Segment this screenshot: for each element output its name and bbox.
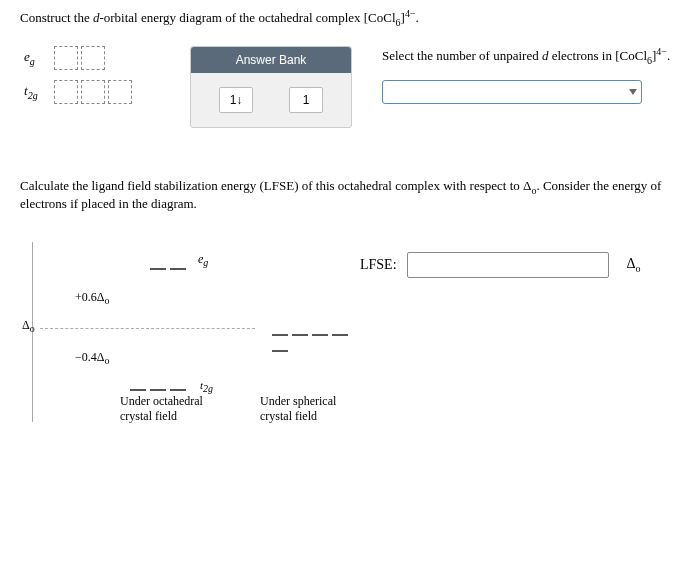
electron-tile-single[interactable]: 1: [289, 87, 323, 113]
q1-dot: .: [416, 10, 419, 25]
electron-tile-paired[interactable]: 1↓: [219, 87, 253, 113]
answer-bank-title: Answer Bank: [191, 47, 351, 73]
t2g-level-label: t2g: [200, 379, 213, 394]
q1-prefix: Construct the: [20, 10, 93, 25]
plus-06-label: +0.6Δo: [75, 290, 109, 306]
eg-label: eg: [20, 49, 54, 67]
q2-dot: .: [667, 48, 670, 63]
answer-bank: Answer Bank 1↓ 1: [190, 46, 352, 128]
octahedral-label: Under octahedral crystal field: [120, 394, 203, 424]
energy-level-diagram: eg +0.6Δo Δo −0.4Δo t2g Under octahedral…: [20, 232, 360, 432]
q2-charge: 4−: [656, 46, 667, 57]
spherical-label: Under spherical crystal field: [260, 394, 336, 424]
eg-orbital-slot[interactable]: [54, 46, 78, 70]
minus-04-label: −0.4Δo: [75, 350, 109, 366]
question-2: Select the number of unpaired d electron…: [382, 46, 680, 66]
delta-o-unit: Δo: [627, 256, 641, 274]
eg-level-label: eg: [198, 252, 208, 268]
q1-mid: -orbital energy diagram of the octahedra…: [99, 10, 395, 25]
t2g-orbital-slot[interactable]: [81, 80, 105, 104]
eg-orbital-slot[interactable]: [81, 46, 105, 70]
t2g-label: t2g: [20, 83, 54, 101]
lfse-label: LFSE:: [360, 257, 397, 273]
unpaired-electrons-dropdown[interactable]: [382, 80, 642, 104]
q1-charge: 4−: [405, 8, 416, 19]
barycenter-line: [40, 328, 255, 329]
chevron-down-icon: [629, 89, 637, 95]
t2g-orbital-slot[interactable]: [54, 80, 78, 104]
orbital-diagram: eg t2g: [20, 46, 190, 114]
q2-prefix: Select the number of unpaired: [382, 48, 542, 63]
t2g-orbital-slot[interactable]: [108, 80, 132, 104]
eg-level: [150, 258, 190, 274]
question-3: Calculate the ligand field stabilization…: [20, 178, 680, 212]
q3a: Calculate the ligand field stabilization…: [20, 178, 531, 193]
delta-o-axis-label: Δo: [22, 318, 35, 334]
q2-mid: electrons in [CoCl: [548, 48, 647, 63]
t2g-level: [130, 379, 190, 395]
spherical-level: [272, 324, 360, 356]
question-1: Construct the d-orbital energy diagram o…: [20, 8, 680, 28]
lfse-input[interactable]: [407, 252, 609, 278]
